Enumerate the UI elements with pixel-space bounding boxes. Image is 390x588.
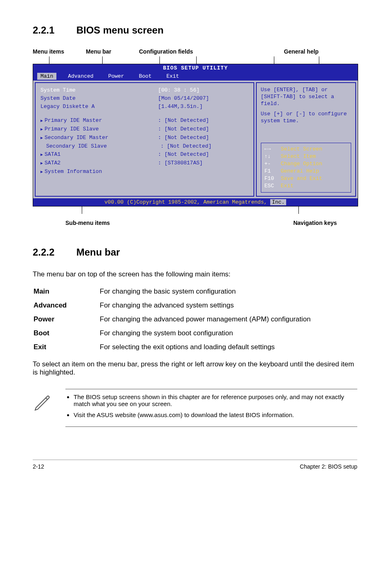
def-desc: For changing the advanced power manageme… bbox=[100, 313, 356, 326]
body-outro: To select an item on the menu bar, press… bbox=[33, 360, 357, 377]
bios-value: [Mon 05/14/2007] bbox=[158, 94, 249, 103]
label-nav-keys: Navigation keys bbox=[293, 220, 337, 226]
bios-footer-inc: Inc. bbox=[270, 199, 286, 205]
label-lines bbox=[33, 56, 357, 64]
definition-table: MainFor changing the basic system config… bbox=[33, 284, 357, 355]
bios-row[interactable]: SATA1 : [Not Detected] bbox=[40, 150, 249, 159]
body-intro: The menu bar on top of the screen has th… bbox=[33, 270, 357, 278]
bios-menu-power[interactable]: Power bbox=[105, 73, 128, 80]
nav-key: F1 bbox=[264, 168, 281, 175]
bios-title: BIOS SETUP UTILITY bbox=[33, 64, 358, 72]
bios-label: Secondary IDE Slave bbox=[40, 142, 161, 150]
bios-label: Primary IDE Slave bbox=[40, 125, 158, 134]
note-box: The BIOS setup screens shown in this cha… bbox=[33, 389, 357, 427]
bios-value: : [Not Detected] bbox=[158, 125, 249, 134]
bios-main-panel: System Time [00: 38 : 56] System Date [M… bbox=[35, 82, 254, 197]
bios-row[interactable]: Secondary IDE Slave : [Not Detected] bbox=[40, 142, 249, 150]
label-menu-items: Menu items bbox=[33, 48, 86, 55]
bios-row[interactable]: SATA2 : [ST380817AS] bbox=[40, 159, 249, 168]
bottom-labels: Sub-menu items Navigation keys bbox=[33, 220, 357, 226]
bios-value: : [Not Detected] bbox=[161, 142, 249, 150]
nav-desc: Select Item bbox=[281, 153, 316, 160]
bios-value: [00: 38 : 56] bbox=[158, 86, 249, 94]
page-footer: 2-12 Chapter 2: BIOS setup bbox=[33, 460, 357, 470]
section-num: 2.2.1 bbox=[33, 25, 74, 36]
bios-value: [1.44M,3.5in.] bbox=[158, 103, 249, 111]
section-heading: 2.2.1 BIOS menu screen bbox=[33, 25, 357, 36]
def-desc: For changing the basic system configurat… bbox=[100, 285, 356, 298]
bios-label: Legacy Diskette A bbox=[40, 103, 158, 111]
def-desc: For changing the advanced system setting… bbox=[100, 299, 356, 312]
bios-label: Secondary IDE Master bbox=[40, 134, 158, 142]
bios-row[interactable]: Primary IDE Slave : [Not Detected] bbox=[40, 125, 249, 134]
bios-window: BIOS SETUP UTILITY Main Advanced Power B… bbox=[33, 64, 358, 206]
def-term: Boot bbox=[34, 329, 49, 337]
bios-label: System Information bbox=[40, 168, 158, 176]
note-content: The BIOS setup screens shown in this cha… bbox=[65, 389, 357, 427]
nav-key: ESC bbox=[264, 182, 281, 190]
bios-label: System Time bbox=[40, 86, 158, 94]
bios-help-text: Use [ENTER], [TAB] or [SHIFT-TAB] to sel… bbox=[261, 86, 351, 107]
nav-key: ↑↓ bbox=[264, 153, 281, 160]
section-title: BIOS menu screen bbox=[76, 25, 164, 36]
label-config-fields: Configuration fields bbox=[139, 48, 245, 55]
bottom-label-lines bbox=[33, 206, 357, 214]
bios-row[interactable]: System Time [00: 38 : 56] bbox=[40, 86, 249, 94]
page-number: 2-12 bbox=[33, 463, 44, 470]
chapter-label: Chapter 2: BIOS setup bbox=[300, 463, 357, 470]
def-term: Exit bbox=[34, 343, 46, 351]
note-item: Visit the ASUS website (www.asus.com) to… bbox=[74, 411, 357, 418]
bios-label: SATA1 bbox=[40, 150, 158, 159]
bios-row[interactable]: Secondary IDE Master : [Not Detected] bbox=[40, 134, 249, 142]
label-sub-menu: Sub-menu items bbox=[65, 220, 110, 226]
label-menu-bar: Menu bar bbox=[86, 48, 139, 55]
bios-row[interactable]: Legacy Diskette A [1.44M,3.5in.] bbox=[40, 103, 249, 111]
bios-label: Primary IDE Master bbox=[40, 117, 158, 125]
bios-footer: v00.00 (C)Copyright 1985-2002, American … bbox=[33, 198, 358, 206]
def-term: Main bbox=[34, 287, 49, 295]
bios-help-panel: Use [ENTER], [TAB] or [SHIFT-TAB] to sel… bbox=[256, 82, 356, 197]
nav-desc: Select Screen bbox=[281, 146, 322, 153]
section-heading: 2.2.2 Menu bar bbox=[33, 247, 357, 258]
bios-nav-box: ←→Select Screen ↑↓Select Item +-Change O… bbox=[261, 143, 351, 193]
note-item: The BIOS setup screens shown in this cha… bbox=[74, 393, 357, 407]
bios-menu-exit[interactable]: Exit bbox=[163, 73, 182, 80]
nav-desc: Exit bbox=[281, 182, 294, 190]
nav-key: +- bbox=[264, 160, 281, 168]
bios-row[interactable]: Primary IDE Master : [Not Detected] bbox=[40, 117, 249, 125]
nav-desc: General Help bbox=[281, 168, 319, 175]
bios-value bbox=[158, 168, 249, 176]
bios-value: : [Not Detected] bbox=[158, 134, 249, 142]
bios-value: : [Not Detected] bbox=[158, 117, 249, 125]
bios-row[interactable]: System Date [Mon 05/14/2007] bbox=[40, 94, 249, 103]
section-title: Menu bar bbox=[76, 247, 120, 258]
bios-label: System Date bbox=[40, 94, 158, 103]
def-desc: For changing the system boot configurati… bbox=[100, 327, 356, 340]
pencil-icon bbox=[33, 389, 57, 427]
bios-menu-advanced[interactable]: Advanced bbox=[65, 73, 96, 80]
nav-desc: Change Option bbox=[281, 160, 322, 168]
def-term: Advanced bbox=[34, 301, 67, 309]
bios-footer-text: v00.00 (C)Copyright 1985-2002, American … bbox=[105, 199, 271, 205]
section-num: 2.2.2 bbox=[33, 247, 74, 258]
bios-help-text2: Use [+] or [-] to configure system time. bbox=[261, 110, 351, 124]
nav-desc: Save and Exit bbox=[281, 175, 322, 182]
top-labels: Menu items Menu bar Configuration fields… bbox=[33, 48, 357, 55]
bios-value: : [ST380817AS] bbox=[158, 159, 249, 168]
bios-menu-boot[interactable]: Boot bbox=[136, 73, 155, 80]
bios-value: : [Not Detected] bbox=[158, 150, 249, 159]
bios-menu-main[interactable]: Main bbox=[37, 73, 56, 80]
def-desc: For selecting the exit options and loadi… bbox=[100, 341, 356, 354]
nav-key: F10 bbox=[264, 175, 281, 182]
nav-key: ←→ bbox=[264, 146, 281, 153]
bios-row[interactable]: System Information bbox=[40, 168, 249, 176]
def-term: Power bbox=[34, 315, 54, 323]
label-general-help: General help bbox=[245, 48, 357, 55]
bios-menubar[interactable]: Main Advanced Power Boot Exit bbox=[33, 72, 358, 81]
bios-label: SATA2 bbox=[40, 159, 158, 168]
